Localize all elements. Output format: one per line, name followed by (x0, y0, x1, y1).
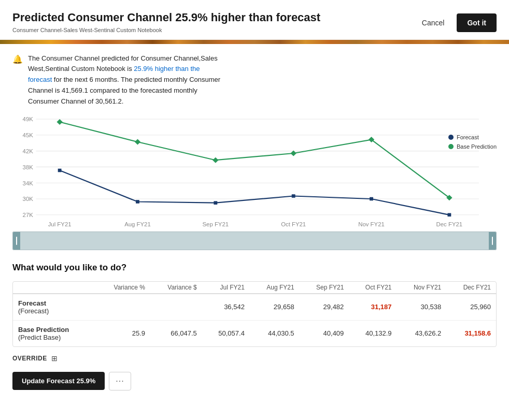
svg-text:Nov FY21: Nov FY21 (358, 221, 385, 227)
prediction-row-label: Base Prediction(Predict Base) (13, 320, 96, 346)
table-row-base-prediction: Base Prediction(Predict Base) 25.9 66,04… (13, 320, 496, 346)
forecast-legend-label: Forecast (457, 134, 479, 140)
svg-text:Sep FY21: Sep FY21 (203, 221, 229, 227)
forecast-legend-dot (448, 135, 454, 140)
update-forecast-button[interactable]: Update Forecast 25.9% (12, 372, 105, 390)
forecast-point-sep (214, 201, 217, 205)
svg-text:Oct FY21: Oct FY21 (281, 221, 306, 227)
prediction-nov: 43,626.2 (397, 320, 447, 346)
col-header-aug: Aug FY21 (250, 282, 300, 294)
forecast-nov: 30,538 (397, 294, 447, 321)
forecast-jul: 36,542 (202, 294, 250, 321)
legend-forecast: Forecast (448, 134, 497, 140)
prediction-point-aug (135, 139, 140, 144)
col-header-nov: Nov FY21 (397, 282, 447, 294)
data-table-container: Variance % Variance $ Jul FY21 Aug FY21 … (12, 281, 497, 347)
cancel-button[interactable]: Cancel (416, 16, 451, 30)
chart-wrapper: 49K 45K 42K 38K 34K 30K 27K Jul FY21 Aug… (12, 113, 497, 227)
svg-text:Dec FY21: Dec FY21 (436, 221, 463, 227)
svg-text:34K: 34K (23, 180, 34, 186)
svg-text:42K: 42K (23, 148, 34, 154)
svg-text:Aug FY21: Aug FY21 (124, 221, 151, 227)
prediction-variance-pct: 25.9 (96, 320, 150, 346)
prediction-jul: 50,057.4 (202, 320, 250, 346)
chart-scrollbar[interactable] (12, 231, 497, 250)
insight-box: 🔔 The Consumer Channel predicted for Con… (0, 44, 509, 113)
forecast-row-label: Forecast(Forecast) (13, 294, 96, 321)
data-table: Variance % Variance $ Jul FY21 Aug FY21 … (13, 282, 496, 346)
svg-text:38K: 38K (23, 164, 34, 170)
page-title: Predicted Consumer Channel 25.9% higher … (12, 10, 416, 25)
forecast-sep: 29,482 (300, 294, 349, 321)
more-options-button[interactable]: ··· (109, 372, 131, 390)
line-chart: 49K 45K 42K 38K 34K 30K 27K Jul FY21 Aug… (12, 113, 497, 227)
action-section: What would you like to do? Variance % Va… (0, 258, 509, 347)
scrollbar-handle-right[interactable] (489, 232, 496, 250)
header-actions: Cancel Got it (416, 10, 497, 32)
handle-line-right (492, 237, 493, 245)
forecast-point-dec (447, 213, 451, 216)
insight-text: The Consumer Channel predicted for Consu… (28, 53, 225, 107)
prediction-legend-label: Base Prediction (457, 143, 497, 150)
forecast-variance-dollar (150, 294, 202, 321)
action-title: What would you like to do? (12, 263, 497, 273)
prediction-dec: 31,158.6 (446, 320, 496, 346)
forecast-point-jul (58, 168, 62, 172)
col-header-oct: Oct FY21 (349, 282, 397, 294)
forecast-point-nov (370, 197, 373, 200)
chart-container: 49K 45K 42K 38K 34K 30K 27K Jul FY21 Aug… (0, 113, 509, 227)
table-header-row: Variance % Variance $ Jul FY21 Aug FY21 … (13, 282, 496, 294)
highlight-text: 25.9% higher than the forecast (28, 65, 200, 83)
override-row: OVERRIDE ⊞ (0, 347, 509, 368)
override-label: OVERRIDE (12, 355, 47, 362)
header-left: Predicted Consumer Channel 25.9% higher … (12, 10, 416, 33)
page-header: Predicted Consumer Channel 25.9% higher … (0, 0, 509, 40)
forecast-variance-pct (96, 294, 150, 321)
bell-icon: 🔔 (12, 54, 23, 64)
prediction-point-jul (56, 119, 62, 125)
prediction-legend-dot (448, 144, 454, 149)
forecast-dec: 25,960 (446, 294, 496, 321)
prediction-point-sep (213, 157, 218, 163)
got-it-button[interactable]: Got it (457, 13, 497, 32)
forecast-oct: 31,187 (349, 294, 397, 321)
svg-text:49K: 49K (23, 116, 34, 122)
scrollbar-handle-left[interactable] (13, 232, 20, 250)
decorative-banner (0, 40, 509, 44)
legend-base-prediction: Base Prediction (448, 143, 497, 150)
col-header-variance-dollar: Variance $ (150, 282, 202, 294)
chart-legend: Forecast Base Prediction (448, 134, 497, 150)
col-header-label (13, 282, 96, 294)
col-header-jul: Jul FY21 (202, 282, 250, 294)
svg-text:27K: 27K (23, 212, 34, 218)
prediction-variance-dollar: 66,047.5 (150, 320, 202, 346)
col-header-dec: Dec FY21 (446, 282, 496, 294)
bottom-actions: Update Forecast 25.9% ··· (0, 368, 509, 401)
prediction-aug: 44,030.5 (250, 320, 300, 346)
forecast-point-oct (292, 194, 295, 198)
override-icon: ⊞ (51, 354, 58, 363)
table-row-forecast: Forecast(Forecast) 36,542 29,658 29,482 … (13, 294, 496, 321)
forecast-point-aug (136, 200, 139, 204)
col-header-sep: Sep FY21 (300, 282, 349, 294)
prediction-sep: 40,409 (300, 320, 349, 346)
svg-text:45K: 45K (23, 132, 34, 138)
svg-text:30K: 30K (23, 196, 34, 202)
handle-line-left (16, 237, 17, 245)
forecast-aug: 29,658 (250, 294, 300, 321)
svg-text:Jul FY21: Jul FY21 (48, 221, 72, 227)
page-subtitle: Consumer Channel-Sales West-Sentinal Cus… (12, 27, 416, 33)
col-header-variance-pct: Variance % (96, 282, 150, 294)
prediction-oct: 40,132.9 (349, 320, 397, 346)
